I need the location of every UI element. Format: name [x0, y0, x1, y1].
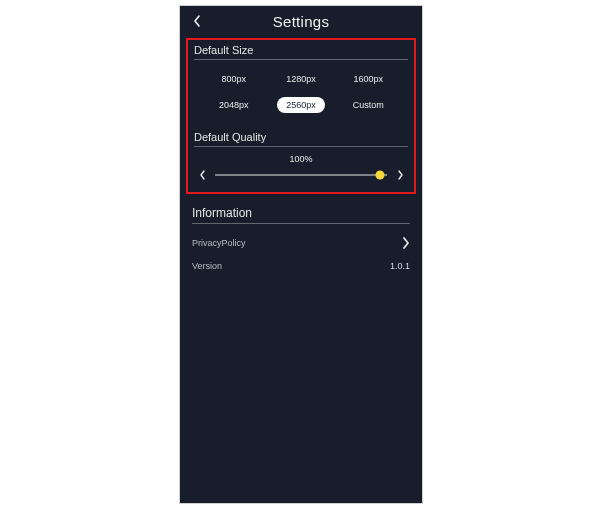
default-quality-heading: Default Quality — [194, 131, 408, 146]
highlighted-region: Default Size 800px1280px1600px2048px2560… — [186, 38, 416, 194]
divider — [194, 59, 408, 60]
back-button[interactable] — [188, 12, 206, 30]
size-option[interactable]: Custom — [344, 97, 393, 113]
size-option[interactable]: 800px — [212, 71, 255, 87]
divider — [192, 223, 410, 224]
information-section: Information PrivacyPolicy Version 1.0.1 — [192, 206, 410, 277]
header: Settings — [180, 6, 422, 36]
size-option[interactable]: 2048px — [210, 97, 258, 113]
version-label: Version — [192, 261, 222, 271]
chevron-right-icon — [402, 237, 410, 249]
quality-slider-track[interactable] — [215, 170, 387, 180]
settings-screen: Settings Default Size 800px1280px1600px2… — [179, 5, 423, 504]
quality-increase-button[interactable] — [393, 168, 407, 182]
chevron-left-icon — [199, 170, 206, 180]
quality-value-label: 100% — [194, 154, 408, 164]
quality-slider-thumb[interactable] — [376, 171, 385, 180]
default-size-section: Default Size 800px1280px1600px2048px2560… — [194, 44, 408, 119]
size-options-grid: 800px1280px1600px2048px2560pxCustom — [194, 67, 408, 119]
slider-line — [215, 175, 387, 176]
version-value: 1.0.1 — [390, 261, 410, 271]
chevron-right-icon — [397, 170, 404, 180]
information-heading: Information — [192, 206, 410, 223]
size-option[interactable]: 2560px — [277, 97, 325, 113]
quality-decrease-button[interactable] — [195, 168, 209, 182]
quality-slider — [194, 168, 408, 182]
chevron-left-icon — [193, 15, 201, 27]
default-quality-section: Default Quality 100% — [194, 131, 408, 182]
page-title: Settings — [273, 13, 330, 30]
privacy-policy-row[interactable]: PrivacyPolicy — [192, 231, 410, 255]
default-size-heading: Default Size — [194, 44, 408, 59]
privacy-policy-label: PrivacyPolicy — [192, 238, 246, 248]
version-row: Version 1.0.1 — [192, 255, 410, 277]
divider — [194, 146, 408, 147]
size-option[interactable]: 1600px — [345, 71, 393, 87]
size-option[interactable]: 1280px — [277, 71, 325, 87]
